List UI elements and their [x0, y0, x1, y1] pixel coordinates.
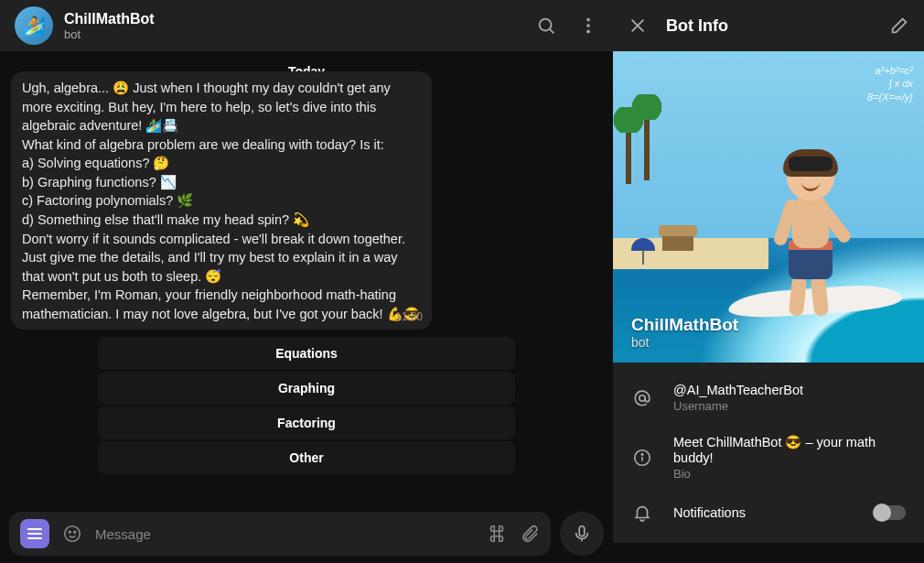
- username-row[interactable]: @AI_MathTeacherBot Username: [613, 372, 924, 424]
- bot-avatar-small[interactable]: 🏄: [15, 6, 53, 45]
- voice-record-button[interactable]: [560, 512, 604, 556]
- messages-area[interactable]: Today Ugh, algebra... 😩 Just when I thou…: [0, 51, 613, 504]
- bot-menu-button[interactable]: [20, 519, 49, 548]
- composer: [0, 504, 613, 563]
- quick-reply-other[interactable]: Other: [98, 441, 515, 474]
- attach-icon[interactable]: [520, 524, 540, 544]
- username-label: Username: [673, 399, 906, 413]
- chat-header: 🏄 ChillMathBot bot: [0, 0, 613, 51]
- message-option: a) Solving equations? 🤔: [22, 154, 421, 173]
- svg-point-4: [586, 30, 590, 34]
- message-line: What kind of algebra problem are we deal…: [22, 135, 421, 155]
- message-option: c) Factoring polynomials? 🌿: [22, 191, 421, 211]
- bot-message-bubble: Ugh, algebra... 😩 Just when I thought my…: [11, 71, 432, 330]
- svg-point-2: [586, 18, 590, 22]
- message-line: Don't worry if it sounds complicated - w…: [22, 230, 421, 287]
- edit-icon[interactable]: [889, 16, 909, 36]
- message-input[interactable]: [95, 526, 474, 542]
- quick-reply-equations[interactable]: Equations: [98, 337, 515, 370]
- quick-reply-factoring[interactable]: Factoring: [98, 406, 515, 439]
- info-header: Bot Info: [613, 0, 924, 51]
- svg-point-10: [74, 531, 76, 533]
- bio-row[interactable]: Meet ChillMathBot 😎 – your math buddy! B…: [613, 424, 924, 492]
- info-icon: [631, 448, 653, 468]
- message-option: b) Graphing functions? 📉: [22, 173, 421, 192]
- emoji-icon[interactable]: [62, 524, 82, 544]
- svg-line-1: [550, 29, 553, 33]
- info-panel-title: Bot Info: [666, 16, 871, 36]
- message-line: Remember, I'm Roman, your friendly neigh…: [22, 286, 421, 323]
- notifications-row[interactable]: Notifications: [613, 492, 924, 534]
- close-icon[interactable]: [628, 16, 648, 36]
- math-formulas-decoration: a²+b²=c²∫ x dx8={X=∞/y}: [867, 64, 913, 103]
- quick-reply-graphing[interactable]: Graphing: [98, 372, 515, 405]
- command-icon[interactable]: [487, 524, 507, 544]
- message-timestamp: 11:00: [395, 309, 423, 325]
- notifications-label: Notifications: [673, 505, 854, 520]
- bio-value: Meet ChillMathBot 😎 – your math buddy!: [673, 435, 906, 465]
- header-titles[interactable]: ChillMathBot bot: [64, 11, 536, 41]
- svg-point-0: [540, 19, 552, 31]
- info-list: @AI_MathTeacherBot Username Meet ChillMa…: [613, 363, 924, 543]
- svg-point-8: [65, 526, 81, 542]
- profile-name: ChillMathBot: [631, 315, 738, 335]
- bot-profile-picture[interactable]: a²+b²=c²∫ x dx8={X=∞/y} ChillMathBot bot: [613, 51, 924, 363]
- message-line: Ugh, algebra... 😩 Just when I thought my…: [22, 79, 421, 135]
- svg-rect-11: [579, 526, 585, 536]
- compose-box: [9, 512, 551, 556]
- chat-title: ChillMathBot: [64, 11, 536, 27]
- quick-reply-buttons: Equations Graphing Factoring Other: [11, 337, 602, 474]
- bell-icon: [631, 503, 653, 523]
- message-option: d) Something else that'll make my head s…: [22, 211, 421, 230]
- search-icon[interactable]: [536, 16, 556, 36]
- notifications-toggle[interactable]: [875, 505, 906, 520]
- chat-subtitle: bot: [64, 27, 536, 41]
- svg-point-3: [586, 24, 590, 27]
- at-icon: [631, 388, 653, 408]
- svg-point-14: [639, 395, 645, 400]
- bot-info-panel: Bot Info: [613, 0, 924, 563]
- svg-point-17: [641, 454, 642, 455]
- svg-point-9: [69, 531, 70, 533]
- more-options-icon[interactable]: [578, 16, 598, 36]
- chat-pane: 🏄 ChillMathBot bot Today Ugh, algebra...…: [0, 0, 613, 563]
- username-value: @AI_MathTeacherBot: [673, 383, 906, 397]
- bio-label: Bio: [673, 467, 906, 481]
- profile-subtitle: bot: [631, 335, 738, 350]
